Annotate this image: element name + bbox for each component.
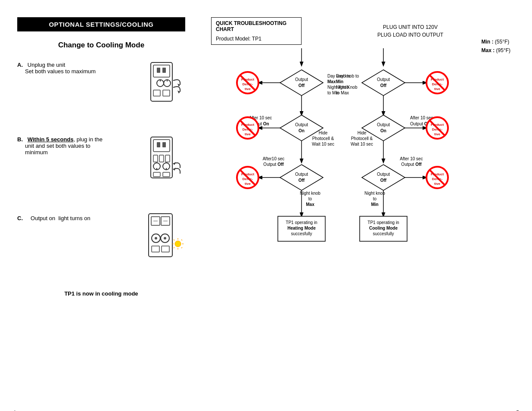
d2-line2: Off	[380, 83, 387, 88]
day-max-text2: Max	[327, 79, 336, 84]
hide2-t2: Photocell &	[351, 136, 373, 141]
step-c-image	[138, 212, 185, 273]
svg-rect-2	[157, 68, 160, 73]
svg-text:Defec-: Defec-	[243, 82, 253, 86]
d3-line2: On	[299, 128, 305, 133]
svg-rect-15	[162, 142, 166, 147]
after10-3-t2: Output Off	[263, 162, 284, 167]
no-symbol-4: Product Defec- tive	[426, 72, 448, 93]
step-b-image	[138, 133, 185, 194]
night-min-2-t1: Night knob	[364, 191, 385, 196]
svg-rect-3	[162, 68, 166, 73]
d6-line2: Off	[380, 178, 387, 183]
no-symbol-6: Product Defec- tive	[426, 167, 448, 188]
night-max-2-t1: Night knob	[300, 191, 320, 196]
no-symbol-3: Product Defec- tive	[237, 167, 258, 188]
svg-point-35	[164, 237, 166, 240]
min-max-labels: Min : (55°F) Max : (95°F)	[482, 39, 511, 53]
max-key: Max :	[482, 47, 495, 53]
d5-line2: Off	[299, 178, 305, 183]
svg-text:Product: Product	[241, 78, 255, 81]
chart-title: QUICK TROUBLESHOOTING CHART	[216, 20, 297, 32]
right-panel: QUICK TROUBLESHOOTING CHART Product Mode…	[202, 13, 523, 411]
d2-line1: Output	[377, 77, 390, 82]
svg-text:Defec-: Defec-	[432, 82, 443, 86]
step-b-highlight: Within 5 seconds	[28, 136, 74, 143]
subsection-title: Change to Cooling Mode	[17, 41, 185, 50]
cooling-t2: Cooling Mode	[369, 226, 398, 230]
after10-3-t1: After10 sec	[263, 156, 285, 161]
svg-marker-11	[177, 90, 180, 93]
night-min-2-t3: Min	[371, 202, 378, 207]
min-label: Min : (55°F)	[482, 39, 511, 45]
step-a-text: A. Unplug the unit Set both values to ma…	[17, 58, 130, 75]
device-c-svg	[138, 212, 185, 272]
step-a-image	[138, 58, 185, 115]
svg-text:Product: Product	[241, 172, 255, 176]
step-a: A. Unplug the unit Set both values to ma…	[17, 58, 185, 115]
after10-4-t2: Output Off	[401, 162, 422, 167]
d1-line1: Output	[295, 77, 308, 82]
svg-text:Defec-: Defec-	[432, 177, 443, 181]
svg-rect-27	[149, 214, 172, 257]
d4-line2: On	[380, 128, 386, 133]
night-max-text: Night Knob	[336, 85, 358, 90]
night-max-2-t3: Max	[306, 202, 314, 207]
chart-header: QUICK TROUBLESHOOTING CHART Product Mode…	[211, 17, 519, 45]
svg-text:tive: tive	[245, 182, 251, 186]
svg-text:tive: tive	[245, 87, 251, 91]
no-symbol-5: Product Defec- tive	[426, 117, 448, 139]
min-key: Min :	[482, 39, 494, 45]
svg-rect-37	[162, 246, 169, 252]
svg-text:tive: tive	[434, 182, 440, 186]
svg-text:Product: Product	[431, 123, 444, 127]
step-a-label: A.	[17, 62, 23, 68]
d3-line1: Output	[295, 122, 308, 127]
svg-rect-8	[153, 90, 160, 96]
night-min-2-t2: to	[373, 196, 377, 201]
footer-note: TP1 is now in cooling mode	[17, 290, 185, 297]
hide1-t3: Wait 10 sec	[312, 142, 334, 146]
svg-point-33	[155, 237, 157, 240]
day-min-text: Day knob to	[336, 74, 359, 78]
svg-text:Defec-: Defec-	[432, 128, 443, 131]
svg-rect-0	[151, 62, 172, 101]
flowchart-svg: Output Off Day knob to Max Night Knob to…	[211, 48, 478, 406]
step-c-text: C. Output on light turns on	[17, 212, 130, 221]
svg-marker-52	[362, 70, 405, 96]
svg-line-45	[174, 247, 174, 248]
heating-t2: Heating Mode	[287, 226, 316, 230]
svg-point-38	[175, 241, 181, 247]
d5-line1: Output	[295, 172, 308, 177]
svg-text:tive: tive	[245, 132, 251, 136]
cooling-t1: TP1 operating in	[367, 220, 399, 225]
svg-rect-18	[165, 155, 170, 162]
min-val: (55°F)	[495, 39, 509, 45]
d6-line1: Output	[377, 172, 390, 177]
day-min-text2: Min	[336, 79, 343, 84]
svg-text:tive: tive	[434, 132, 440, 136]
svg-line-46	[181, 247, 182, 248]
svg-marker-10	[177, 84, 180, 87]
svg-rect-9	[163, 90, 170, 96]
svg-marker-26	[173, 168, 176, 171]
step-b-label: B.	[17, 136, 23, 143]
heating-t3: succesfully	[291, 231, 312, 236]
svg-rect-36	[152, 246, 159, 252]
no-symbol-2: Product Defec- tive	[237, 117, 258, 139]
svg-rect-1	[153, 65, 170, 77]
hide2-t1: Hide	[358, 131, 367, 135]
svg-text:Product: Product	[241, 123, 255, 127]
flowchart: Output Off Day knob to Max Night Knob to…	[211, 48, 519, 407]
night-max-2-t2: to	[308, 196, 312, 201]
d1-line2: Off	[299, 83, 305, 88]
svg-text:Product: Product	[431, 78, 444, 81]
svg-line-43	[174, 240, 174, 240]
step-c-label: C.	[17, 215, 23, 221]
hide1-t1: Hide	[319, 131, 328, 135]
no-symbol-1: Product Defec- tive	[237, 72, 258, 93]
svg-line-44	[181, 240, 182, 240]
chart-header-left: QUICK TROUBLESHOOTING CHART Product Mode…	[211, 17, 302, 45]
svg-rect-17	[159, 155, 164, 162]
svg-text:Product: Product	[431, 172, 444, 176]
